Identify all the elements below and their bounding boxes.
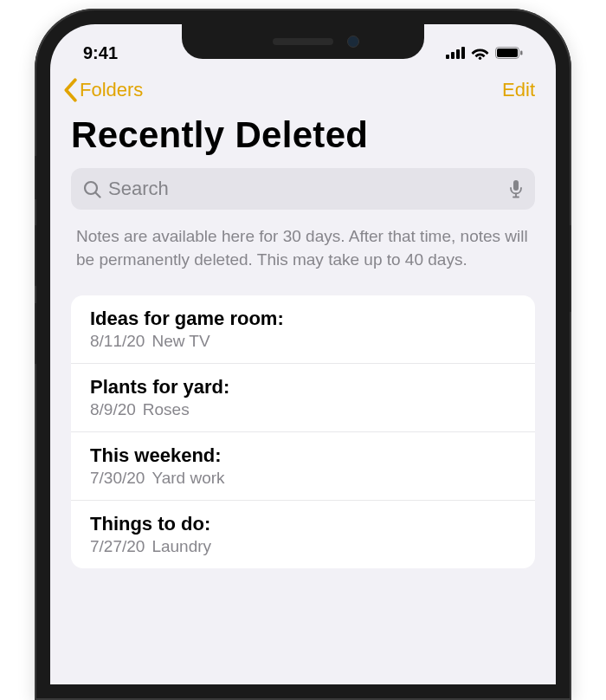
phone-frame: 9:41 xyxy=(35,9,571,700)
front-camera xyxy=(347,36,359,48)
note-row[interactable]: Ideas for game room: 8/11/20New TV xyxy=(71,295,535,364)
note-row[interactable]: Plants for yard: 8/9/20Roses xyxy=(71,364,535,432)
status-time: 9:41 xyxy=(83,43,118,63)
note-title: This weekend: xyxy=(90,444,516,467)
search-placeholder: Search xyxy=(108,178,502,200)
svg-line-9 xyxy=(96,192,100,197)
screen: 9:41 xyxy=(50,24,556,684)
note-preview: Laundry xyxy=(152,537,211,555)
note-title: Plants for yard: xyxy=(90,376,516,399)
back-label: Folders xyxy=(80,79,143,101)
note-meta: 7/30/20Yard work xyxy=(90,469,516,488)
note-meta: 8/11/20New TV xyxy=(90,332,516,351)
edit-button[interactable]: Edit xyxy=(502,79,535,101)
note-row[interactable]: This weekend: 7/30/20Yard work xyxy=(71,432,535,501)
svg-rect-7 xyxy=(520,51,523,55)
note-date: 8/11/20 xyxy=(90,332,145,350)
svg-rect-2 xyxy=(456,49,460,59)
svg-rect-1 xyxy=(451,52,455,59)
svg-rect-3 xyxy=(461,47,465,59)
svg-rect-0 xyxy=(446,55,449,59)
back-button[interactable]: Folders xyxy=(62,78,143,102)
chevron-left-icon xyxy=(62,78,78,102)
note-title: Things to do: xyxy=(90,513,516,535)
note-date: 7/30/20 xyxy=(90,469,145,487)
svg-rect-10 xyxy=(513,180,519,191)
note-meta: 7/27/20Laundry xyxy=(90,537,516,556)
note-date: 7/27/20 xyxy=(90,537,145,555)
wifi-icon xyxy=(471,47,489,60)
note-date: 8/9/20 xyxy=(90,400,136,418)
page-title: Recently Deleted xyxy=(50,107,556,168)
note-row[interactable]: Things to do: 7/27/20Laundry xyxy=(71,501,535,568)
svg-rect-6 xyxy=(497,49,518,57)
info-text: Notes are available here for 30 days. Af… xyxy=(50,225,556,295)
notes-list: Ideas for game room: 8/11/20New TV Plant… xyxy=(71,295,535,568)
svg-point-4 xyxy=(479,56,481,59)
dictation-icon[interactable] xyxy=(509,179,523,198)
note-meta: 8/9/20Roses xyxy=(90,400,516,419)
search-input[interactable]: Search xyxy=(71,168,535,210)
notch xyxy=(182,24,424,59)
note-preview: Roses xyxy=(143,400,190,418)
battery-icon xyxy=(495,47,523,59)
nav-bar: Folders Edit xyxy=(50,66,556,107)
note-preview: Yard work xyxy=(152,469,224,487)
note-title: Ideas for game room: xyxy=(90,308,516,330)
search-icon xyxy=(83,180,101,198)
cellular-icon xyxy=(446,47,465,59)
note-preview: New TV xyxy=(152,332,210,350)
speaker-grille xyxy=(273,38,333,45)
